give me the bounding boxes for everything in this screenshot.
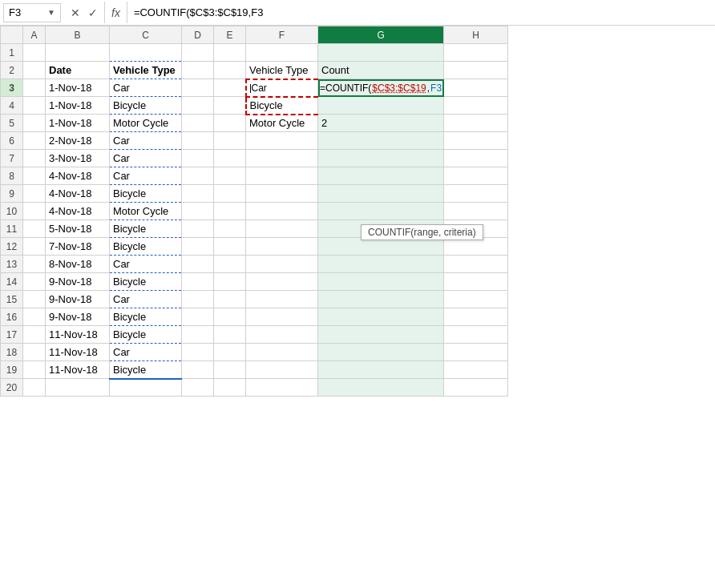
col-header-f[interactable]: F <box>246 26 318 44</box>
cell-h17[interactable] <box>444 326 508 344</box>
cell-b12[interactable]: 7-Nov-18 <box>46 238 110 256</box>
cell-h19[interactable] <box>444 361 508 379</box>
cell-d5[interactable] <box>182 115 214 132</box>
cell-f9[interactable] <box>246 185 318 203</box>
cell-h9[interactable] <box>444 185 508 203</box>
cell-f7[interactable] <box>246 150 318 167</box>
cell-g9[interactable] <box>318 185 444 203</box>
cell-d1[interactable] <box>182 44 214 62</box>
cell-h20[interactable] <box>444 379 508 397</box>
cell-b10[interactable]: 4-Nov-18 <box>46 203 110 220</box>
cell-b2[interactable]: Date <box>46 62 110 79</box>
cell-f14[interactable] <box>246 273 318 291</box>
cell-b4[interactable]: 1-Nov-18 <box>46 97 110 115</box>
cell-c11[interactable]: Bicycle <box>110 220 182 238</box>
cell-a2[interactable] <box>23 62 46 79</box>
cell-c2[interactable]: Vehicle Type <box>110 62 182 79</box>
cell-g11[interactable] <box>318 220 444 238</box>
cell-h3[interactable] <box>444 79 508 97</box>
cell-d13[interactable] <box>182 256 214 273</box>
cell-g13[interactable] <box>318 256 444 273</box>
cell-d12[interactable] <box>182 238 214 256</box>
cell-c10[interactable]: Motor Cycle <box>110 203 182 220</box>
cell-a19[interactable] <box>23 361 46 379</box>
confirm-icon[interactable]: ✓ <box>87 6 99 19</box>
cell-a5[interactable] <box>23 115 46 132</box>
cell-e17[interactable] <box>214 326 246 344</box>
cell-f4[interactable]: Bicycle <box>246 97 318 115</box>
cell-e12[interactable] <box>214 238 246 256</box>
cell-d8[interactable] <box>182 167 214 185</box>
cell-d6[interactable] <box>182 132 214 150</box>
cell-c7[interactable]: Car <box>110 150 182 167</box>
cell-f17[interactable] <box>246 326 318 344</box>
cell-e4[interactable] <box>214 97 246 115</box>
cell-e19[interactable] <box>214 361 246 379</box>
formula-input[interactable]: =COUNTIF($C$3:$C$19,F3 <box>127 6 715 18</box>
cell-e5[interactable] <box>214 115 246 132</box>
cell-b19[interactable]: 11-Nov-18 <box>46 361 110 379</box>
cell-d11[interactable] <box>182 220 214 238</box>
cell-f11[interactable] <box>246 220 318 238</box>
cell-g18[interactable] <box>318 344 444 361</box>
cell-b9[interactable]: 4-Nov-18 <box>46 185 110 203</box>
cell-b20[interactable] <box>46 379 110 397</box>
cancel-icon[interactable]: ✕ <box>69 6 82 19</box>
cell-c18[interactable]: Car <box>110 344 182 361</box>
cell-e14[interactable] <box>214 273 246 291</box>
cell-f20[interactable] <box>246 379 318 397</box>
col-header-e[interactable]: E <box>214 26 246 44</box>
cell-f5[interactable]: Motor Cycle <box>246 115 318 132</box>
cell-d9[interactable] <box>182 185 214 203</box>
cell-a9[interactable] <box>23 185 46 203</box>
cell-c5[interactable]: Motor Cycle <box>110 115 182 132</box>
cell-g5[interactable]: 2 <box>318 115 444 132</box>
cell-h7[interactable] <box>444 150 508 167</box>
cell-c16[interactable]: Bicycle <box>110 308 182 326</box>
cell-d20[interactable] <box>182 379 214 397</box>
cell-h18[interactable] <box>444 344 508 361</box>
cell-c4[interactable]: Bicycle <box>110 97 182 115</box>
cell-e8[interactable] <box>214 167 246 185</box>
cell-c15[interactable]: Car <box>110 291 182 308</box>
col-header-g[interactable]: G <box>318 26 444 44</box>
cell-f3[interactable]: Car <box>246 79 318 97</box>
cell-f10[interactable] <box>246 203 318 220</box>
cell-g17[interactable] <box>318 326 444 344</box>
cell-e11[interactable] <box>214 220 246 238</box>
cell-h1[interactable] <box>444 44 508 62</box>
cell-h15[interactable] <box>444 291 508 308</box>
cell-d19[interactable] <box>182 361 214 379</box>
cell-b1[interactable] <box>46 44 110 62</box>
cell-d2[interactable] <box>182 62 214 79</box>
cell-e7[interactable] <box>214 150 246 167</box>
cell-h6[interactable] <box>444 132 508 150</box>
cell-a15[interactable] <box>23 291 46 308</box>
col-header-c[interactable]: C <box>110 26 182 44</box>
cell-a6[interactable] <box>23 132 46 150</box>
cell-a8[interactable] <box>23 167 46 185</box>
cell-b3[interactable]: 1-Nov-18 <box>46 79 110 97</box>
cell-c9[interactable]: Bicycle <box>110 185 182 203</box>
cell-g1[interactable] <box>318 44 444 62</box>
cell-d7[interactable] <box>182 150 214 167</box>
cell-h2[interactable] <box>444 62 508 79</box>
cell-a11[interactable] <box>23 220 46 238</box>
col-header-d[interactable]: D <box>182 26 214 44</box>
cell-f6[interactable] <box>246 132 318 150</box>
cell-a7[interactable] <box>23 150 46 167</box>
cell-e20[interactable] <box>214 379 246 397</box>
cell-b17[interactable]: 11-Nov-18 <box>46 326 110 344</box>
cell-b8[interactable]: 4-Nov-18 <box>46 167 110 185</box>
cell-g2[interactable]: Count <box>318 62 444 79</box>
cell-f12[interactable] <box>246 238 318 256</box>
cell-g16[interactable] <box>318 308 444 326</box>
cell-a16[interactable] <box>23 308 46 326</box>
cell-f18[interactable] <box>246 344 318 361</box>
cell-h10[interactable] <box>444 203 508 220</box>
cell-f1[interactable] <box>246 44 318 62</box>
cell-e13[interactable] <box>214 256 246 273</box>
cell-a1[interactable] <box>23 44 46 62</box>
cell-c13[interactable]: Car <box>110 256 182 273</box>
cell-f13[interactable] <box>246 256 318 273</box>
